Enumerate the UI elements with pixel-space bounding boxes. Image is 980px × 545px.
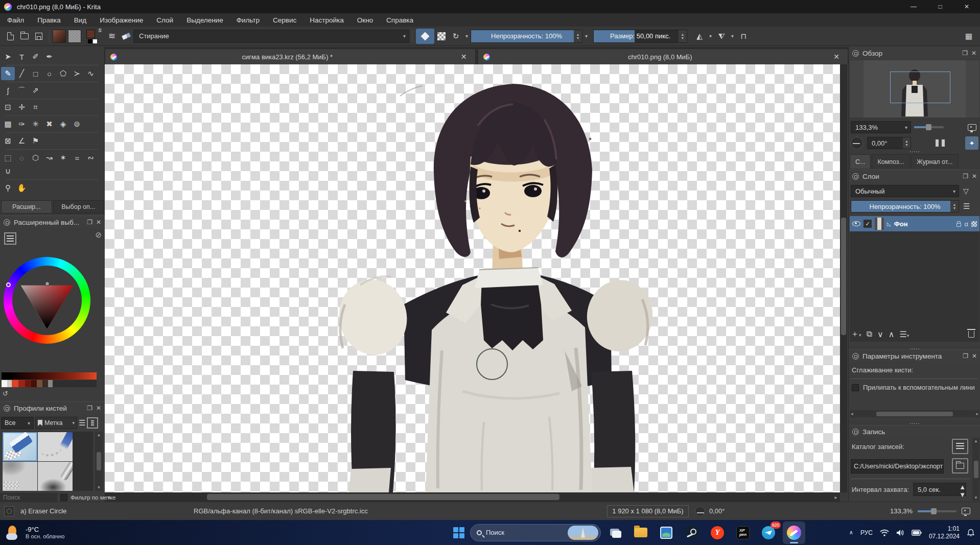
assistants-tool[interactable]: ⊠ xyxy=(1,134,15,148)
no-color-icon[interactable]: ⊘ xyxy=(95,230,102,240)
colorize-mask-tool[interactable]: ✖ xyxy=(42,117,56,131)
docker-tab-2[interactable]: Журнал от... xyxy=(911,154,959,169)
zoom-tool[interactable]: ⚲ xyxy=(1,181,15,195)
size-slider[interactable]: Размер: 50,00 пикс. ▲▼ xyxy=(593,30,687,43)
filter-by-tag-checkbox[interactable] xyxy=(60,494,67,501)
edit-shapes-tool[interactable]: ✐ xyxy=(29,50,42,63)
dynamic-brush-tool[interactable]: ʃ xyxy=(1,84,15,97)
add-layer-button[interactable]: ＋▾ xyxy=(851,329,861,340)
battery-icon[interactable] xyxy=(912,530,922,536)
open-document-button[interactable] xyxy=(17,29,32,43)
spinner-arrows[interactable]: ▲▼ xyxy=(903,137,911,149)
color-history-strip[interactable] xyxy=(2,380,97,387)
mirror-view-icon[interactable] xyxy=(936,139,945,147)
reload-preset-button[interactable]: ↻ xyxy=(449,29,463,43)
preset-search-input[interactable] xyxy=(0,493,57,502)
pattern-chooser[interactable] xyxy=(68,30,81,43)
transform-tool[interactable]: ⊡ xyxy=(1,101,15,114)
tag-filter-button[interactable]: Метка ▾ xyxy=(35,417,77,429)
preserve-alpha-button[interactable] xyxy=(434,29,449,43)
docker-lock-icon[interactable] xyxy=(852,173,859,180)
rectangle-tool[interactable]: □ xyxy=(29,67,42,80)
measure-tool[interactable]: ∠ xyxy=(15,134,29,148)
yandex-browser-button[interactable]: Y xyxy=(706,522,729,544)
layer-visibility-icon[interactable] xyxy=(852,221,860,226)
move-layer-down-button[interactable]: ∨ xyxy=(877,329,883,339)
workspace-chooser-button[interactable]: ▦ xyxy=(962,29,976,43)
file-explorer-button[interactable] xyxy=(629,522,652,544)
document-tab-1[interactable]: сигма вика23.krz (56,2 МиБ) * ✕ xyxy=(105,49,476,64)
docker-lock-icon[interactable] xyxy=(852,353,859,360)
weather-widget[interactable]: -9°C В осн. облачно xyxy=(5,525,123,541)
float-panel-icon[interactable]: ❐ xyxy=(962,50,968,57)
freehand-selection-tool[interactable]: ↝ xyxy=(42,151,56,164)
canvas-vertical-scrollbar[interactable] xyxy=(840,64,847,492)
volume-icon[interactable] xyxy=(896,529,904,536)
inherit-alpha-icon[interactable] xyxy=(971,221,977,227)
canvas-area[interactable] xyxy=(105,64,840,492)
line-tool[interactable]: ╱ xyxy=(15,67,29,80)
blend-mode-combo[interactable]: Обычный ▾ xyxy=(851,185,959,197)
polygonal-selection-tool[interactable]: ⬡ xyxy=(29,151,42,164)
clock-widget[interactable]: 1:01 07.12.2024 xyxy=(929,525,960,540)
color-sampler-tool[interactable]: ✑ xyxy=(15,117,29,131)
close-tab-icon[interactable]: ✕ xyxy=(830,53,843,61)
pan-tool[interactable]: ✋ xyxy=(15,181,29,195)
default-white-swatch[interactable] xyxy=(92,39,98,44)
canvas-horizontal-scrollbar[interactable]: ◂ ▸ xyxy=(105,492,840,502)
color-history-icon[interactable]: ↺ xyxy=(3,390,8,397)
freehand-brush-tool[interactable]: ✎ xyxy=(1,67,15,80)
start-button[interactable] xyxy=(448,522,470,544)
language-indicator[interactable]: РУС xyxy=(860,529,873,536)
task-view-button[interactable] xyxy=(604,522,626,544)
menu-item-5[interactable]: Выделение xyxy=(186,16,223,24)
bezier-curve-tool[interactable]: ∿ xyxy=(84,67,98,80)
text-tool[interactable]: T xyxy=(15,50,29,63)
docker-lock-icon[interactable] xyxy=(4,405,10,412)
telegram-button[interactable]: 920 xyxy=(757,522,780,544)
fit-to-view-icon[interactable] xyxy=(968,124,976,131)
foreground-color-swatch[interactable] xyxy=(86,30,95,38)
recorder-scrollbar[interactable]: ▲▼ xyxy=(972,438,979,501)
fill-tool[interactable]: ◈ xyxy=(56,117,70,131)
preset-filter-combo[interactable]: Все ▾ xyxy=(1,417,34,429)
snap-assistants-checkbox[interactable] xyxy=(852,384,859,391)
brush-editor-button[interactable]: ≋ xyxy=(105,29,119,43)
layer-list-empty-area[interactable] xyxy=(850,231,979,342)
close-panel-icon[interactable]: ✕ xyxy=(96,405,101,412)
polygon-tool[interactable]: ⬠ xyxy=(56,67,70,80)
close-button[interactable]: ✕ xyxy=(953,0,980,13)
menu-item-2[interactable]: Вид xyxy=(74,16,86,24)
magnetic-selection-tool[interactable]: ∪ xyxy=(1,164,15,178)
docker-tab-1[interactable]: Композ... xyxy=(872,154,910,169)
eraser-mode-button[interactable] xyxy=(416,29,434,44)
menu-item-3[interactable]: Изображение xyxy=(100,16,143,24)
rotation-dial-icon[interactable] xyxy=(851,137,863,149)
calligraphy-tool[interactable]: ✒ xyxy=(42,50,56,63)
color-shades-strip[interactable] xyxy=(2,372,97,380)
zoom-slider-handle[interactable] xyxy=(926,124,931,130)
tab-overview-options[interactable]: Выбор оп... xyxy=(53,200,104,214)
float-panel-icon[interactable]: ❐ xyxy=(87,219,92,226)
foreground-background-colors[interactable]: ⇅ xyxy=(86,29,102,44)
preset-pen-eraser[interactable] xyxy=(38,432,73,461)
lock-icon[interactable] xyxy=(956,223,961,227)
layer-checkbox[interactable]: ✓ xyxy=(864,220,872,228)
layer-opacity-slider[interactable]: Непрозрачность: 100% ▲▼ xyxy=(851,200,959,212)
swap-colors-icon[interactable]: ⇅ xyxy=(98,28,102,33)
close-tab-icon[interactable]: ✕ xyxy=(458,53,470,61)
alpha-lock-icon[interactable]: α xyxy=(964,220,968,228)
delete-layer-button[interactable] xyxy=(968,331,974,338)
menu-item-1[interactable]: Правка xyxy=(37,16,61,24)
new-document-button[interactable] xyxy=(3,29,17,43)
multibrush-tool[interactable]: ⇗ xyxy=(29,84,42,97)
layer-filter-icon[interactable]: ▽ xyxy=(963,187,971,195)
photos-button[interactable] xyxy=(655,522,678,544)
layer-row-background[interactable]: ✓ ◺ Фон α xyxy=(850,216,979,231)
opacity-spinner[interactable]: ▲▼ xyxy=(574,30,582,42)
close-panel-icon[interactable]: ✕ xyxy=(972,173,977,180)
record-format-button[interactable] xyxy=(952,439,968,454)
chevron-down-icon[interactable]: ▾ xyxy=(729,33,736,39)
drag-handle[interactable] xyxy=(849,150,980,153)
sv-marker[interactable] xyxy=(45,281,50,286)
